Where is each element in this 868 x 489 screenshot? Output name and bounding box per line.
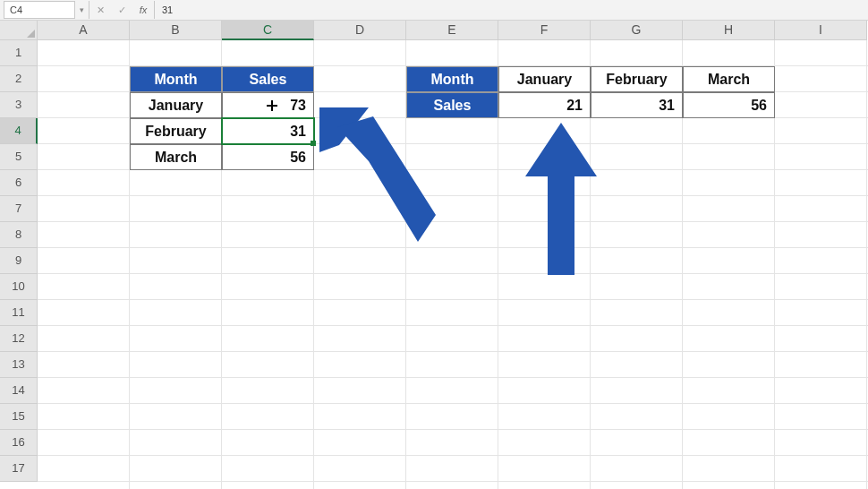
row-header-7[interactable]: 7	[0, 196, 38, 222]
cell-B2[interactable]: Month	[130, 66, 222, 92]
row-header-17[interactable]: 17	[0, 456, 38, 482]
col-header-F[interactable]: F	[498, 21, 591, 40]
row-headers: 1 2 3 4 5 6 7 8 9 10 11 12 13 14 15 16 1…	[0, 40, 38, 489]
cell-E3[interactable]: Sales	[406, 92, 498, 118]
row-header-14[interactable]: 14	[0, 378, 38, 404]
cell-B4[interactable]: February	[130, 118, 222, 144]
name-box-dropdown[interactable]: ▾	[75, 1, 89, 19]
fx-icon[interactable]: fx	[132, 4, 154, 15]
spreadsheet: A B C D E F G H I 1 2 3 4 5 6 7 8 9 10 1…	[0, 21, 868, 489]
row-header-12[interactable]: 12	[0, 326, 38, 352]
cell-C5[interactable]: 56	[222, 144, 314, 170]
row-header-2[interactable]: 2	[0, 66, 38, 92]
col-header-D[interactable]: D	[314, 21, 406, 40]
cell-B3[interactable]: January	[130, 92, 222, 118]
cell-E2[interactable]: Month	[406, 66, 498, 92]
cell-H2[interactable]: March	[683, 66, 775, 92]
name-box-value: C4	[10, 4, 22, 15]
row-header-1[interactable]: 1	[0, 40, 38, 66]
col-header-B[interactable]: B	[130, 21, 222, 40]
cell-G3[interactable]: 31	[591, 92, 683, 118]
cell-C2[interactable]: Sales	[222, 66, 314, 92]
col-header-G[interactable]: G	[591, 21, 683, 40]
formula-bar[interactable]: 31	[154, 1, 868, 19]
col-header-E[interactable]: E	[406, 21, 498, 40]
formula-toolbar: C4 ▾ ✕ ✓ fx 31	[0, 0, 868, 21]
formula-bar-value: 31	[162, 4, 173, 15]
select-all-button[interactable]	[0, 21, 38, 40]
cell-F3[interactable]: 21	[498, 92, 591, 118]
row-header-15[interactable]: 15	[0, 404, 38, 430]
col-header-A[interactable]: A	[38, 21, 130, 40]
cell-H3[interactable]: 56	[683, 92, 775, 118]
cell-C3[interactable]: 73	[222, 92, 314, 118]
arrow-icon	[319, 107, 445, 251]
formula-controls: ✕ ✓ fx	[89, 1, 154, 19]
svg-marker-0	[319, 107, 369, 152]
row-header-13[interactable]: 13	[0, 352, 38, 378]
row-header-9[interactable]: 9	[0, 248, 38, 274]
row-header-6[interactable]: 6	[0, 170, 38, 196]
arrow-up-icon	[525, 123, 597, 275]
cell-C4[interactable]: 31	[222, 118, 314, 144]
row-header-11[interactable]: 11	[0, 300, 38, 326]
row-header-5[interactable]: 5	[0, 144, 38, 170]
name-box[interactable]: C4	[4, 1, 75, 19]
svg-marker-1	[337, 116, 436, 242]
col-header-C[interactable]: C	[222, 21, 314, 40]
cancel-icon[interactable]: ✕	[89, 4, 111, 16]
col-header-H[interactable]: H	[683, 21, 775, 40]
cell-B5[interactable]: March	[130, 144, 222, 170]
col-header-I[interactable]: I	[775, 21, 867, 40]
svg-marker-2	[525, 123, 597, 275]
column-headers: A B C D E F G H I	[0, 21, 868, 40]
row-header-10[interactable]: 10	[0, 274, 38, 300]
cell-G2[interactable]: February	[591, 66, 683, 92]
grid-cells[interactable]: Month Sales January 73 February 31 March…	[38, 40, 868, 489]
row-header-16[interactable]: 16	[0, 430, 38, 456]
row-header-4[interactable]: 4	[0, 118, 38, 144]
cell-F2[interactable]: January	[498, 66, 591, 92]
confirm-icon[interactable]: ✓	[111, 4, 132, 16]
row-header-3[interactable]: 3	[0, 92, 38, 118]
row-header-8[interactable]: 8	[0, 222, 38, 248]
